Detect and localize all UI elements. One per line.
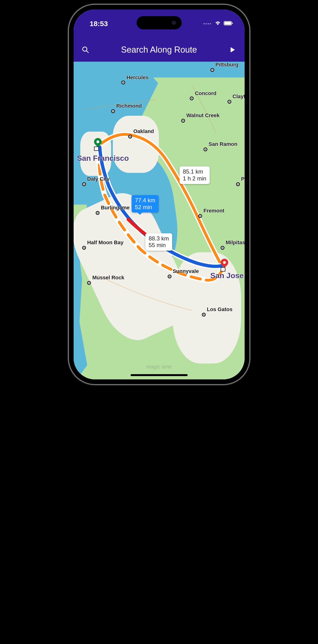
page-title: Search Along Route	[121, 45, 197, 55]
header-bar: Search Along Route	[74, 38, 245, 62]
play-button[interactable]	[228, 45, 237, 54]
city-dot	[111, 109, 115, 113]
city-dot	[168, 274, 172, 278]
cellular-dots-icon: ••••	[203, 21, 212, 26]
search-button[interactable]	[81, 45, 90, 54]
origin-city-label: San Francisco	[77, 154, 129, 163]
route-overlay	[74, 62, 245, 380]
city-label: Concord	[195, 90, 216, 96]
city-label: Pleasanton	[241, 176, 244, 182]
city-label: San Ramon	[209, 141, 237, 147]
route-duration: 55 min	[149, 242, 169, 249]
phone-screen: 18:53 •••• Search Along Route	[74, 10, 245, 380]
route-duration: 52 min	[135, 204, 155, 211]
city-dot	[87, 281, 91, 285]
city-dot	[96, 211, 99, 215]
svg-rect-1	[224, 22, 231, 25]
route-duration: 1 h 2 min	[183, 175, 206, 182]
route-badge-alt2[interactable]: 88.3 km 55 min	[145, 233, 172, 251]
play-icon	[230, 47, 236, 53]
origin-pin[interactable]	[94, 138, 102, 148]
city-dot	[228, 100, 231, 104]
phone-frame: 18:53 •••• Search Along Route	[69, 5, 249, 384]
city-label: Milpitas	[226, 240, 244, 246]
svg-line-4	[86, 51, 88, 53]
city-label: Mussel Rock	[92, 274, 124, 281]
city-dot	[221, 246, 224, 250]
city-dot	[82, 246, 86, 250]
city-label: Richmond	[116, 103, 142, 109]
city-label: Hercules	[127, 74, 149, 80]
city-label: Oakland	[133, 128, 154, 134]
search-icon	[82, 46, 89, 54]
city-label: Walnut Creek	[187, 112, 220, 118]
city-label: Half Moon Bay	[87, 240, 123, 246]
status-time: 18:53	[85, 20, 108, 28]
dynamic-island	[136, 16, 182, 30]
city-label: Los Gatos	[207, 306, 233, 312]
city-dot	[236, 182, 240, 186]
wifi-icon	[215, 21, 221, 26]
city-label: Clayton	[233, 94, 244, 100]
route-distance: 88.3 km	[149, 235, 169, 242]
city-label: Fremont	[204, 208, 224, 214]
route-badge-selected[interactable]: 77.4 km 52 min	[131, 195, 158, 213]
city-dot	[210, 68, 214, 72]
city-dot	[128, 135, 132, 138]
map-canvas[interactable]: PittsburgHerculesConcordClaytonRichmondW…	[74, 62, 245, 380]
destination-pin[interactable]	[221, 259, 228, 269]
status-icons: ••••	[203, 21, 233, 26]
destination-city-label: San Jose	[210, 271, 244, 280]
route-distance: 85.1 km	[183, 168, 206, 175]
city-label: Pittsburg	[215, 62, 238, 68]
svg-rect-2	[232, 22, 233, 24]
city-dot	[202, 313, 206, 316]
city-dot	[204, 148, 207, 151]
route-badge-alt1[interactable]: 85.1 km 1 h 2 min	[180, 166, 210, 184]
route-distance: 77.4 km	[135, 197, 155, 204]
city-dot	[82, 182, 86, 186]
city-label: Daly City	[87, 176, 109, 182]
city-label: Sunnyvale	[173, 268, 199, 274]
home-indicator[interactable]	[131, 374, 188, 376]
battery-icon	[224, 21, 233, 26]
city-label: Burlingame	[101, 205, 130, 211]
